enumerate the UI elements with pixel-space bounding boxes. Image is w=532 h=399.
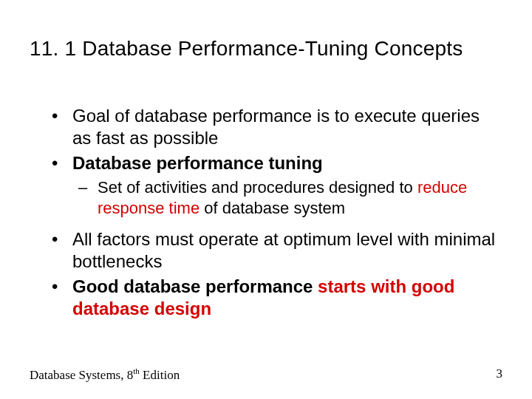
page-number: 3: [497, 366, 503, 381]
footer-text-post: Edition: [140, 368, 180, 382]
text-span: Set of activities and procedures designe…: [98, 178, 417, 197]
bullet-item: Goal of database performance is to execu…: [52, 105, 502, 149]
bold-text: Database performance tuning: [72, 153, 323, 173]
slide-footer: Database Systems, 8th Edition 3: [30, 366, 502, 383]
footer-text-pre: Database Systems, 8: [30, 368, 133, 382]
footer-left: Database Systems, 8th Edition: [30, 366, 180, 383]
sub-bullet-item: Set of activities and procedures designe…: [78, 177, 502, 218]
footer-sup: th: [133, 366, 140, 375]
slide-title: 11. 1 Database Performance-Tuning Concep…: [30, 37, 502, 61]
bullet-item: All factors must operate at optimum leve…: [52, 228, 502, 273]
text-span: of database system: [200, 199, 345, 217]
bold-text: Good database performance: [72, 276, 318, 296]
bullet-item: Database performance tuning Set of activ…: [52, 152, 502, 218]
bullet-list: Goal of database performance is to execu…: [52, 105, 502, 320]
slide-content: Goal of database performance is to execu…: [30, 105, 502, 320]
sub-bullet-list: Set of activities and procedures designe…: [72, 177, 502, 218]
bullet-item: Good database performance starts with go…: [52, 276, 502, 320]
